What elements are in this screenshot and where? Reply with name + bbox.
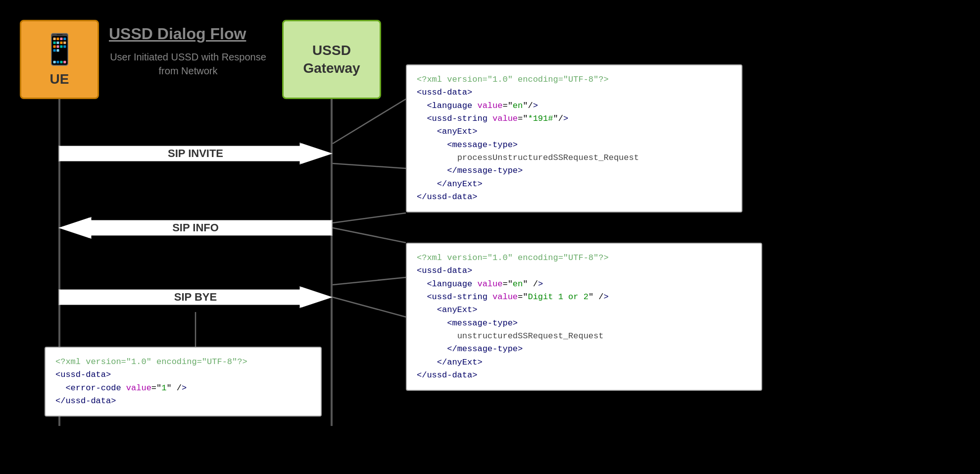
bye-connector-top [333,277,406,285]
sip-invite-label: SIP INVITE [168,147,223,160]
info-connector-bot [333,228,406,243]
xml-top-line6: <message-type> [417,139,732,152]
xml-mid-line8: </message-type> [417,343,751,356]
info-connector-top [333,213,406,223]
xml-mid-line5: <anyExt> [417,304,751,316]
xml-mid-line3: <language value="en" /> [417,278,751,291]
xml-box-mid: <?xml version="1.0" encoding="UTF-8"?> <… [406,243,762,391]
ue-label: UE [50,71,69,87]
xml-mid-line4: <ussd-string value="Digit 1 or 2" /> [417,291,751,304]
xml-bottom-line1: <?xml version="1.0" encoding="UTF-8"?> [55,356,311,369]
xml-top-line7: processUnstructuredSSRequest_Request [417,152,732,164]
xml-box-top: <?xml version="1.0" encoding="UTF-8"?> <… [406,64,742,212]
diagram-container: 📱 UE USSD Dialog Flow User Initiated USS… [0,0,980,474]
xml-top-line1: <?xml version="1.0" encoding="UTF-8"?> [417,73,732,86]
xml-box-bottom: <?xml version="1.0" encoding="UTF-8"?> <… [45,347,322,417]
xml-top-line2: <ussd-data> [417,86,732,99]
xml-mid-line2: <ussd-data> [417,264,751,277]
invite-connector-bot [333,163,406,168]
title-area: USSD Dialog Flow User Initiated USSD wit… [109,25,267,78]
xml-bottom-line3: <error-code value="1" /> [55,382,311,395]
gateway-box: USSDGateway [282,20,381,99]
sip-bye-arrow: SIP BYE [58,282,333,312]
xml-top-line9: </anyExt> [417,178,732,191]
sip-invite-arrow: SIP INVITE [58,139,333,168]
xml-top-line10: </ussd-data> [417,191,732,204]
xml-mid-line9: </anyExt> [417,356,751,369]
xml-bottom-line2: <ussd-data> [55,369,311,381]
ue-box: 📱 UE [20,20,99,99]
gateway-label: USSDGateway [303,42,360,78]
xml-top-line5: <anyExt> [417,125,732,138]
invite-connector-top [333,99,406,144]
xml-mid-line6: <message-type> [417,317,751,330]
xml-mid-line7: unstructuredSSRequest_Request [417,330,751,343]
xml-top-line3: <language value="en"/> [417,100,732,112]
xml-mid-line10: </ussd-data> [417,369,751,382]
bye-connector-bot [333,297,406,317]
sip-info-arrow: SIP INFO [58,213,333,243]
sip-info-label: SIP INFO [172,221,219,234]
title-sub: User Initiated USSD with Response from N… [109,50,267,78]
title-main: USSD Dialog Flow [109,25,267,43]
xml-mid-line1: <?xml version="1.0" encoding="UTF-8"?> [417,252,751,264]
sip-bye-label: SIP BYE [174,291,217,304]
phone-icon: 📱 [41,32,78,68]
xml-top-line4: <ussd-string value="*191#"/> [417,112,732,125]
xml-bottom-line4: </ussd-data> [55,395,311,408]
xml-top-line8: </message-type> [417,164,732,177]
